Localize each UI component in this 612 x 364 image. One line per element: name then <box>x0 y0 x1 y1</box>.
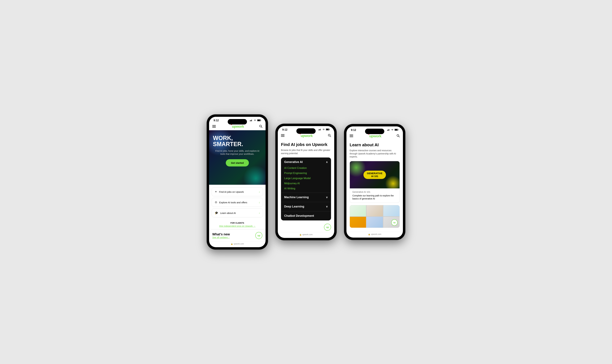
svg-rect-19 <box>281 136 284 137</box>
for-clients-label: FOR CLIENTS <box>212 222 263 224</box>
phone-1: 9:12 upwork <box>207 115 268 249</box>
deep-learning-header[interactable]: Deep Learning ∨ <box>281 202 331 211</box>
chatbot-development-label: Chatbot Development <box>284 214 314 218</box>
get-started-button[interactable]: Get started <box>226 159 249 167</box>
categories-accordion: Generative AI ∧ AI Content Creation Prom… <box>281 157 331 221</box>
nav-logo-3[interactable]: upwork <box>369 134 381 138</box>
category-generative-ai[interactable]: Generative AI ∧ AI Content Creation Prom… <box>281 157 331 193</box>
url-text-3: upwork.com <box>371 233 381 235</box>
link-prompt-engineering[interactable]: Prompt Engineering <box>284 172 328 175</box>
signal-icon-2 <box>319 129 321 131</box>
accordion-item-learn-ai[interactable]: 🎓 Learn about AI ↓ <box>212 208 263 217</box>
svg-rect-12 <box>319 129 320 130</box>
deep-learning-arrow: ∨ <box>326 205 328 208</box>
svg-rect-2 <box>251 120 252 121</box>
phone3-content: Learn about AI Explore interactive cours… <box>347 140 403 230</box>
whats-new-section: What's new See all updates ↓ up <box>209 229 265 241</box>
search-icon-2[interactable] <box>328 134 331 138</box>
time-2: 9:12 <box>282 128 287 131</box>
dynamic-island-2 <box>296 128 316 134</box>
lock-icon-1: 🔒 <box>231 243 233 245</box>
generative-ai-arrow: ∧ <box>326 160 328 164</box>
explore-tools-icon: ⚙ <box>215 201 217 204</box>
learn-ai-arrow: ↓ <box>259 211 260 214</box>
svg-rect-28 <box>350 135 353 135</box>
signal-icon-3 <box>387 129 390 131</box>
url-bar-1: 🔒 upwork.com <box>209 241 265 247</box>
wifi-icon-1 <box>254 119 256 122</box>
svg-rect-16 <box>326 129 329 130</box>
logo-container-2: upwork <box>300 134 313 138</box>
link-large-language-model[interactable]: Large Language Model <box>284 177 328 180</box>
learn-ai-page-title: Learn about AI <box>350 143 400 147</box>
svg-rect-26 <box>398 130 398 130</box>
svg-rect-1 <box>251 120 251 121</box>
battery-icon-1 <box>257 119 261 122</box>
course-name: Generative AI 101 <box>352 191 397 193</box>
battery-icon-3 <box>395 129 398 131</box>
hero-section: WORK, SMARTER. Find AI jobs, hone your s… <box>209 130 265 185</box>
wifi-icon-2 <box>322 129 325 131</box>
generative-ai-header[interactable]: Generative AI ∧ <box>281 157 331 167</box>
logo-container-3: upwork <box>368 134 381 138</box>
course-badge-line1: GENERATIVE <box>367 172 382 175</box>
course-card-image: GENERATIVE AI 101 <box>350 161 400 188</box>
url-bar-2: 🔒 upwork.com <box>278 232 334 238</box>
hire-pros-link[interactable]: Hire independent pros on Upwork → <box>212 225 263 227</box>
machine-learning-header[interactable]: Machine Learning ∨ <box>281 193 331 202</box>
article-cell-3 <box>383 205 400 216</box>
for-clients-section: FOR CLIENTS Hire independent pros on Upw… <box>209 220 265 229</box>
url-text-1: upwork.com <box>234 243 244 245</box>
chatbot-development-header[interactable]: Chatbot Development <box>281 211 331 221</box>
phone-3: 9:12 upwork <box>344 124 405 240</box>
accordion-item-explore-tools[interactable]: ⚙ Explore AI tools and offers ↓ <box>212 198 263 207</box>
whats-new-title: What's new <box>212 233 230 236</box>
course-badge-line2: AI 101 <box>367 175 382 178</box>
find-jobs-page-title: Find AI jobs on Upwork <box>281 142 331 147</box>
svg-rect-4 <box>261 120 261 121</box>
course-info: Generative AI 101 Complete our learning … <box>350 188 400 203</box>
svg-rect-27 <box>395 129 397 130</box>
hamburger-icon-3[interactable] <box>350 134 353 138</box>
accordion-left-3: 🎓 Learn about AI <box>215 211 236 215</box>
category-machine-learning[interactable]: Machine Learning ∨ <box>281 193 331 202</box>
nav-logo-2[interactable]: upwork <box>301 134 313 138</box>
lock-icon-3: 🔒 <box>368 233 370 235</box>
phone2-content: Find AI jobs on Upwork Browse AI jobs th… <box>278 140 334 223</box>
course-blob-2 <box>385 176 400 188</box>
wifi-icon-3 <box>391 129 394 131</box>
hamburger-icon-2[interactable] <box>281 134 284 138</box>
signal-icon-1 <box>250 119 253 122</box>
explore-tools-label: Explore AI tools and offers <box>219 201 247 204</box>
url-bar-3: 🔒 upwork.com <box>347 232 403 238</box>
category-chatbot-development[interactable]: Chatbot Development <box>281 211 331 221</box>
deep-learning-label: Deep Learning <box>284 205 304 208</box>
svg-rect-5 <box>258 120 260 121</box>
up-badge-2: up <box>324 224 331 231</box>
lock-icon-2: 🔒 <box>299 234 302 236</box>
up-badge-3: up <box>391 219 398 226</box>
badge-wrapper-2: up <box>281 224 331 231</box>
hamburger-icon-1[interactable] <box>212 125 216 129</box>
accordion-list-1: ✦ Find AI jobs on Upwork ↓ ⚙ Explore AI … <box>209 185 265 220</box>
svg-line-10 <box>261 127 262 128</box>
machine-learning-label: Machine Learning <box>284 196 309 199</box>
article-grid-card: up <box>350 205 400 228</box>
see-all-updates-link[interactable]: See all updates ↓ <box>212 236 230 239</box>
svg-rect-11 <box>319 130 319 130</box>
machine-learning-arrow: ∨ <box>326 196 328 199</box>
find-jobs-page-subtitle: Browse AI jobs that fit your skills and … <box>281 149 331 155</box>
svg-line-21 <box>330 136 331 137</box>
link-ai-content-creation[interactable]: AI Content Creation <box>284 167 328 169</box>
course-card-generative-ai[interactable]: GENERATIVE AI 101 Generative AI 101 Comp… <box>350 161 400 203</box>
category-deep-learning[interactable]: Deep Learning ∨ <box>281 202 331 211</box>
dynamic-island-3 <box>365 129 384 134</box>
hero-title: WORK, SMARTER. <box>213 135 262 147</box>
svg-rect-24 <box>389 129 389 131</box>
link-ai-writing[interactable]: AI Writing <box>284 187 328 190</box>
link-midjourney-ai[interactable]: Midjourney AI <box>284 182 328 185</box>
search-icon-1[interactable] <box>259 125 262 129</box>
search-icon-3[interactable] <box>397 134 400 138</box>
accordion-item-find-jobs[interactable]: ✦ Find AI jobs on Upwork ↓ <box>212 187 263 196</box>
nav-logo-1[interactable]: upwork <box>232 125 244 129</box>
